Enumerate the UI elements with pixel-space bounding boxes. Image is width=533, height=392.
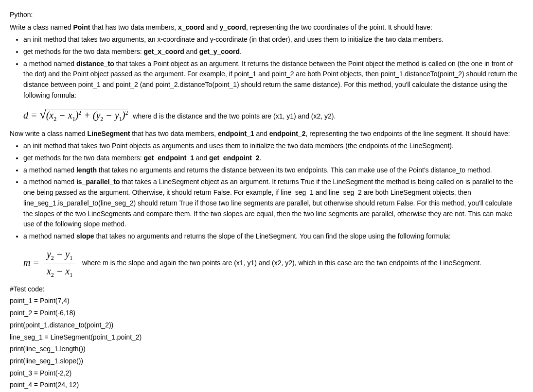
list-item: a method named distance_to that takes a … bbox=[23, 59, 523, 101]
text: y bbox=[47, 249, 51, 259]
text: get methods for the two data members: bbox=[23, 154, 143, 162]
sqrt-body: (x2 − x1)2 + (y2 − y1)2 bbox=[46, 109, 128, 120]
text: , representing the two coordinates of th… bbox=[246, 23, 432, 31]
linesegment-class-name: LineSegment bbox=[88, 130, 130, 137]
text: − bbox=[54, 249, 66, 259]
text: y bbox=[115, 110, 119, 120]
text: + bbox=[81, 110, 93, 120]
distance-formula: d = √(x2 − x1)2 + (y2 − y1)2 where d is … bbox=[23, 106, 336, 124]
text: 2 bbox=[125, 109, 128, 116]
linesegment-requirements-list: an init method that takes two Point obje… bbox=[10, 141, 523, 241]
distance-where-text: where d is the distance and the two poin… bbox=[131, 112, 336, 120]
text: get methods for the two data members: bbox=[23, 48, 143, 55]
text: . bbox=[260, 154, 262, 162]
is-parallel-to-method: is_parallel_to bbox=[76, 178, 120, 186]
text: a method named bbox=[23, 60, 76, 68]
code-line: point_3 = Point(-2,2) bbox=[10, 368, 523, 379]
text: a method named bbox=[23, 178, 76, 186]
text: that takes no arguments and returns the … bbox=[94, 232, 451, 240]
point-class-name: Point bbox=[73, 23, 90, 31]
text: and bbox=[194, 154, 209, 162]
list-item: an init method that takes two arguments,… bbox=[23, 34, 523, 45]
point-intro: Write a class named Point that has two d… bbox=[10, 22, 523, 33]
text: and bbox=[204, 23, 219, 31]
text: x bbox=[47, 266, 51, 276]
code-line: print(line_seg_1.length()) bbox=[10, 344, 523, 355]
y-coord-member: y_coord bbox=[220, 23, 246, 31]
code-line: line_seg_1 = LineSegment(point_1,point_2… bbox=[10, 332, 523, 343]
code-line: print(point_1.distance_to(point_2)) bbox=[10, 320, 523, 331]
list-item: get methods for the two data members: ge… bbox=[23, 153, 523, 164]
list-item: a method named is_parallel_to that takes… bbox=[23, 177, 523, 229]
fraction: y2 − y1 x2 − x1 bbox=[44, 247, 75, 280]
text: that has two data members, bbox=[90, 23, 178, 31]
get-y-coord-method: get_y_coord bbox=[199, 48, 240, 55]
text: 1 bbox=[70, 272, 72, 278]
text: , representing the two endpoints of the … bbox=[305, 130, 510, 137]
text: x bbox=[68, 110, 72, 120]
text: and bbox=[184, 48, 199, 55]
text: a method named bbox=[23, 166, 76, 174]
text: a method named bbox=[23, 232, 76, 240]
text: − bbox=[56, 110, 68, 120]
x-coord-member: x_coord bbox=[178, 23, 204, 31]
linesegment-intro: Now write a class named LineSegment that… bbox=[10, 129, 523, 139]
text: − bbox=[103, 110, 115, 120]
text: − bbox=[54, 266, 66, 276]
text: Write a class named bbox=[10, 23, 73, 31]
text: that takes no arguments and returns the … bbox=[97, 166, 492, 174]
d-equals: d = bbox=[23, 110, 40, 120]
text: and bbox=[254, 130, 269, 137]
get-x-coord-method: get_x_coord bbox=[143, 48, 184, 55]
text: 1 bbox=[70, 255, 72, 261]
length-method: length bbox=[76, 166, 97, 174]
text: x bbox=[49, 110, 53, 120]
distance-to-method: distance_to bbox=[76, 60, 114, 68]
language-heading: Python: bbox=[10, 10, 523, 20]
list-item: get methods for the two data members: ge… bbox=[23, 47, 523, 57]
list-item: a method named slope that takes no argum… bbox=[23, 231, 523, 242]
list-item: an init method that takes two Point obje… bbox=[23, 141, 523, 152]
code-line: point_4 = Point(24, 12) bbox=[10, 380, 523, 391]
numerator: y2 − y1 bbox=[44, 247, 75, 264]
m-equals: m = bbox=[23, 256, 42, 267]
test-code-heading: #Test code: bbox=[10, 284, 523, 295]
test-code-block: #Test code: point_1 = Point(7,4) point_2… bbox=[10, 284, 523, 392]
denominator: x2 − x1 bbox=[44, 263, 75, 280]
slope-method: slope bbox=[76, 232, 94, 240]
list-item: a method named length that takes no argu… bbox=[23, 165, 523, 176]
text: . bbox=[240, 48, 242, 55]
endpoint1-member: endpoint_1 bbox=[218, 130, 254, 137]
sqrt-icon: √ bbox=[40, 108, 46, 121]
slope-where-text: where m is the slope and again the two p… bbox=[80, 259, 481, 267]
text: that has two data members, bbox=[130, 130, 218, 137]
text: y bbox=[65, 249, 70, 259]
get-endpoint2-method: get_endpoint_2 bbox=[209, 154, 259, 162]
code-line: point_1 = Point(7,4) bbox=[10, 296, 523, 307]
slope-formula: m = y2 − y1 x2 − x1 where m is the slope… bbox=[23, 247, 481, 280]
code-line: print(line_seg_1.slope()) bbox=[10, 356, 523, 367]
endpoint2-member: endpoint_2 bbox=[269, 130, 306, 137]
text: Now write a class named bbox=[10, 130, 88, 137]
get-endpoint1-method: get_endpoint_1 bbox=[143, 154, 194, 162]
text: x bbox=[65, 266, 70, 276]
point-requirements-list: an init method that takes two arguments,… bbox=[10, 34, 523, 101]
code-line: point_2 = Point(-6,18) bbox=[10, 308, 523, 319]
